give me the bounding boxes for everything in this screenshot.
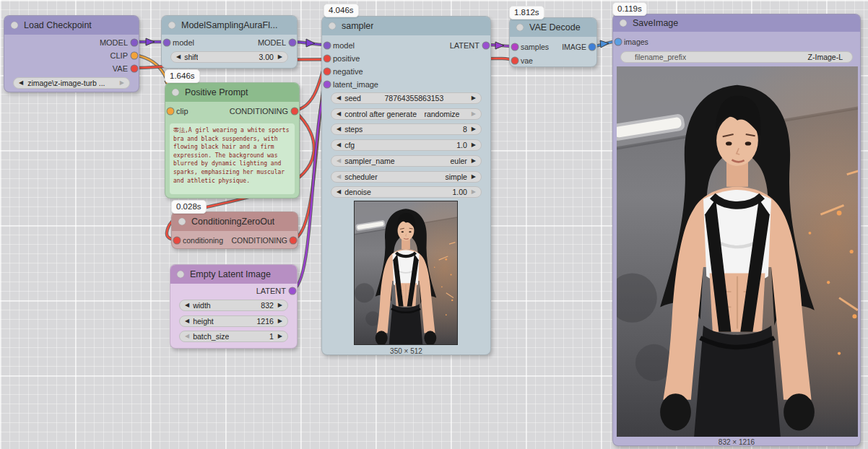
filename-prefix-widget[interactable]: filename_prefix Z-Image-L: [620, 51, 853, 63]
widget-label: control after generate: [344, 110, 417, 118]
batch-size-widget[interactable]: ◀ batch_size 1 ▶: [179, 331, 288, 342]
scheduler-widget[interactable]: ◀ scheduler simple ▶: [331, 171, 482, 183]
decrement-arrow-icon[interactable]: ◀: [337, 142, 341, 148]
increment-arrow-icon[interactable]: ▶: [472, 126, 476, 132]
input-port-model[interactable]: [164, 40, 170, 46]
widget-value: 832: [211, 301, 278, 310]
increment-arrow-icon[interactable]: ▶: [472, 189, 476, 195]
decrement-arrow-icon[interactable]: ◀: [337, 111, 341, 117]
node-header[interactable]: ModelSamplingAuraFl...: [162, 16, 297, 35]
save-image-preview[interactable]: [617, 66, 858, 437]
input-port-images[interactable]: [615, 39, 622, 45]
control-after-generate-widget[interactable]: ◀ control after generate randomize ▶: [331, 108, 482, 120]
output-port-latent[interactable]: [290, 288, 296, 295]
increment-arrow-icon[interactable]: ▶: [278, 302, 282, 308]
decrement-arrow-icon[interactable]: ◀: [337, 95, 341, 101]
input-label-clip: clip: [176, 107, 188, 115]
increment-arrow-icon[interactable]: ▶: [120, 80, 124, 86]
decrement-arrow-icon[interactable]: ◀: [185, 302, 189, 308]
node-load-checkpoint[interactable]: Load Checkpoint MODEL CLIP VAE ◀ zimage\…: [4, 15, 139, 92]
node-title: ConditioningZeroOut: [191, 217, 274, 227]
node-title: Positive Prompt: [185, 87, 248, 97]
decrement-arrow-icon[interactable]: ◀: [185, 318, 189, 324]
input-port-latent-image[interactable]: [324, 82, 331, 88]
sampler-preview-image[interactable]: [355, 201, 457, 344]
ckpt-name-combo[interactable]: ◀ zimage\z-image-turb ... ▶: [13, 77, 130, 89]
collapse-dot-icon[interactable]: [172, 89, 179, 96]
node-sampler[interactable]: sampler model LATENT positive negative l…: [321, 16, 491, 355]
node-header[interactable]: ConditioningZeroOut: [172, 212, 298, 231]
increment-arrow-icon[interactable]: ▶: [472, 158, 476, 164]
height-widget[interactable]: ◀ height 1216 ▶: [179, 315, 288, 327]
output-port-latent[interactable]: [483, 43, 490, 49]
increment-arrow-icon[interactable]: ▶: [278, 318, 282, 324]
input-port-conditioning[interactable]: [174, 237, 181, 244]
increment-arrow-icon[interactable]: ▶: [278, 334, 282, 339]
collapse-dot-icon[interactable]: [178, 218, 186, 225]
widget-label: batch_size: [193, 332, 229, 341]
collapse-dot-icon[interactable]: [620, 19, 627, 27]
node-header[interactable]: VAE Decode: [510, 18, 596, 37]
node-positive-prompt[interactable]: Positive Prompt clip CONDITIONING 蒂法,A g…: [165, 82, 300, 199]
node-header[interactable]: sampler: [322, 17, 490, 35]
collapse-dot-icon[interactable]: [11, 22, 18, 29]
collapse-dot-icon[interactable]: [329, 22, 336, 30]
increment-arrow-icon[interactable]: ▶: [472, 95, 476, 101]
output-port-model[interactable]: [131, 40, 138, 46]
shift-widget[interactable]: ◀ shift 3.00 ▶: [170, 51, 288, 63]
decrement-arrow-icon[interactable]: ◀: [176, 54, 181, 60]
output-port-image[interactable]: [589, 44, 596, 51]
denoise-widget[interactable]: ◀ denoise 1.00 ▶: [331, 186, 482, 198]
node-header[interactable]: Load Checkpoint: [4, 16, 139, 35]
decrement-arrow-icon[interactable]: ◀: [337, 126, 341, 132]
sampler-name-widget[interactable]: ◀ sampler_name euler ▶: [331, 155, 482, 167]
node-conditioning-zero-out[interactable]: ConditioningZeroOut conditioning CONDITI…: [171, 212, 298, 249]
widget-value: 8: [363, 125, 472, 134]
decrement-arrow-icon[interactable]: ◀: [337, 174, 341, 180]
node-header[interactable]: Positive Prompt: [165, 83, 299, 102]
output-port-clip[interactable]: [131, 53, 138, 59]
decrement-arrow-icon[interactable]: ◀: [185, 334, 189, 339]
output-label-image: IMAGE: [562, 43, 586, 51]
node-model-sampling[interactable]: ModelSamplingAuraFl... model MODEL ◀ shi…: [161, 15, 298, 69]
output-port-model[interactable]: [290, 40, 296, 46]
increment-arrow-icon[interactable]: ▶: [472, 142, 476, 148]
output-label-model: MODEL: [100, 38, 128, 47]
node-header[interactable]: SaveImage: [613, 14, 860, 32]
prompt-textarea[interactable]: 蒂法,A girl wearing a white sports bra and…: [170, 123, 295, 194]
node-empty-latent-image[interactable]: Empty Latent Image LATENT ◀ width 832 ▶ …: [170, 264, 298, 349]
node-title: Empty Latent Image: [190, 269, 271, 279]
input-port-clip[interactable]: [168, 108, 174, 115]
widget-label: width: [193, 301, 211, 310]
increment-arrow-icon[interactable]: ▶: [278, 54, 282, 60]
width-widget[interactable]: ◀ width 832 ▶: [179, 300, 288, 311]
decrement-arrow-icon[interactable]: ◀: [337, 189, 341, 195]
ckpt-name-value: zimage\z-image-turb ...: [27, 79, 120, 87]
increment-arrow-icon[interactable]: ▶: [472, 111, 476, 117]
output-label-conditioning: CONDITIONING: [231, 236, 287, 245]
cfg-widget[interactable]: ◀ cfg 1.0 ▶: [331, 139, 482, 151]
timing-badge: 0.119s: [612, 2, 647, 16]
node-title: SaveImage: [633, 18, 678, 28]
widget-value: 1: [229, 332, 277, 341]
node-header[interactable]: Empty Latent Image: [170, 265, 297, 284]
collapse-dot-icon[interactable]: [168, 22, 175, 29]
seed-widget[interactable]: ◀ seed 78764355863153 ▶: [331, 92, 482, 104]
input-port-vae[interactable]: [512, 58, 518, 64]
input-port-positive[interactable]: [324, 56, 331, 62]
node-vae-decode[interactable]: VAE Decode samples IMAGE vae: [509, 17, 597, 67]
decrement-arrow-icon[interactable]: ◀: [19, 80, 23, 86]
output-port-conditioning[interactable]: [290, 237, 297, 244]
node-save-image[interactable]: SaveImage images filename_prefix Z-Image…: [612, 14, 861, 446]
output-port-conditioning[interactable]: [292, 108, 298, 115]
input-port-negative[interactable]: [324, 69, 331, 75]
output-port-vae[interactable]: [131, 66, 138, 72]
collapse-dot-icon[interactable]: [516, 24, 524, 31]
input-label-model: model: [173, 38, 194, 47]
steps-widget[interactable]: ◀ steps 8 ▶: [331, 123, 482, 135]
collapse-dot-icon[interactable]: [177, 271, 184, 278]
input-port-model[interactable]: [324, 43, 331, 49]
decrement-arrow-icon[interactable]: ◀: [337, 158, 341, 164]
input-port-samples[interactable]: [512, 44, 518, 51]
increment-arrow-icon[interactable]: ▶: [472, 174, 476, 180]
